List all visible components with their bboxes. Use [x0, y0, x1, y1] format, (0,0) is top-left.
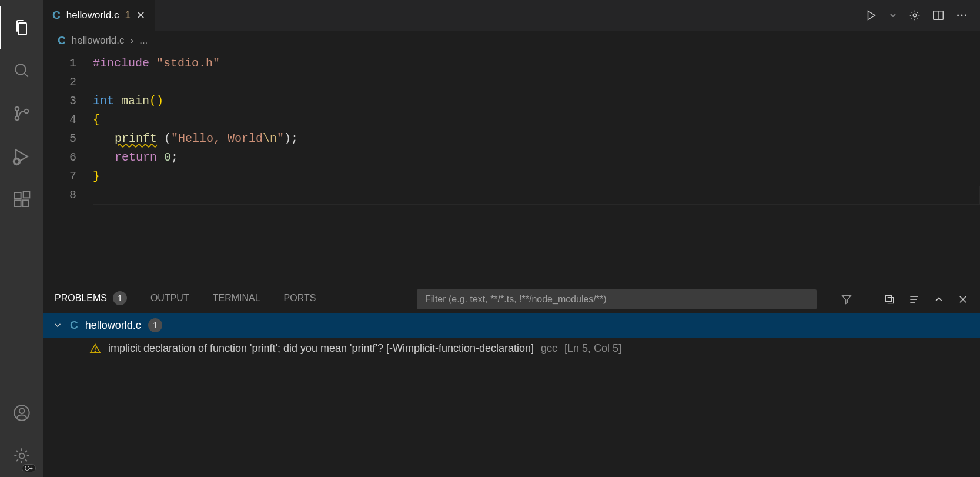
maximize-panel-icon[interactable]	[933, 293, 945, 305]
tab-problems[interactable]: PROBLEMS 1	[55, 291, 127, 308]
tab-helloworld[interactable]: C helloworld.c 1 ✕	[43, 0, 155, 31]
editor-tabs: C helloworld.c 1 ✕	[43, 0, 980, 31]
svg-point-4	[24, 109, 28, 113]
more-icon[interactable]	[955, 9, 968, 22]
manage-icon[interactable]: C+	[0, 434, 43, 477]
warning-icon	[89, 343, 101, 355]
explorer-icon[interactable]	[0, 6, 43, 49]
run-icon[interactable]	[865, 9, 878, 22]
breadcrumb-filename: helloworld.c	[72, 35, 125, 46]
tab-ports[interactable]: PORTS	[284, 293, 316, 306]
breadcrumb[interactable]: C helloworld.c › ...	[43, 31, 980, 51]
svg-point-22	[957, 15, 959, 16]
problem-source: gcc	[541, 342, 557, 355]
gear-icon[interactable]	[908, 9, 921, 22]
line-gutter: 1 2 3 4 5 6 7 8	[43, 54, 93, 286]
code-editor[interactable]: 1 2 3 4 5 6 7 8 #include "stdio.h" int m…	[43, 51, 980, 286]
svg-point-23	[961, 15, 963, 16]
c-file-icon: C	[52, 9, 61, 22]
problems-list: C helloworld.c 1 implicit declaration of…	[43, 313, 980, 477]
c-file-icon: C	[58, 34, 66, 47]
search-icon[interactable]	[0, 49, 43, 92]
accounts-icon[interactable]	[0, 391, 43, 434]
svg-line-9	[18, 159, 19, 160]
svg-rect-15	[23, 191, 29, 198]
problem-message: implicit declaration of function 'prinft…	[108, 342, 534, 355]
bottom-panel: PROBLEMS 1 OUTPUT TERMINAL PORTS	[43, 286, 980, 477]
chevron-right-icon: ›	[131, 35, 134, 46]
breadcrumb-suffix: ...	[139, 35, 148, 46]
svg-rect-25	[885, 295, 891, 301]
svg-line-1	[24, 73, 28, 76]
svg-rect-14	[22, 200, 29, 206]
svg-point-0	[15, 64, 25, 74]
problems-count-badge: 1	[113, 291, 127, 305]
problem-location: [Ln 5, Col 5]	[564, 342, 621, 355]
problem-file-name: helloworld.c	[85, 319, 141, 332]
run-debug-icon[interactable]	[0, 135, 43, 178]
split-editor-icon[interactable]	[932, 9, 945, 22]
svg-point-24	[965, 15, 966, 16]
source-control-icon[interactable]	[0, 92, 43, 135]
view-as-list-icon[interactable]	[908, 293, 920, 305]
warning-squiggle: prinft	[115, 132, 157, 145]
extensions-icon[interactable]	[0, 178, 43, 221]
svg-point-32	[95, 351, 95, 351]
collapse-all-icon[interactable]	[884, 293, 895, 305]
svg-point-17	[19, 408, 24, 413]
svg-point-19	[913, 14, 917, 17]
svg-point-18	[19, 453, 24, 458]
svg-rect-13	[15, 200, 21, 206]
code-content[interactable]: #include "stdio.h" int main() { prinft (…	[93, 54, 980, 286]
filter-input[interactable]	[417, 289, 817, 309]
tab-filename: helloworld.c	[66, 9, 119, 21]
close-icon[interactable]: ✕	[136, 9, 145, 22]
file-problem-count: 1	[148, 318, 162, 332]
svg-point-2	[15, 106, 19, 111]
c-file-icon: C	[70, 319, 78, 332]
chevron-down-icon[interactable]	[888, 11, 898, 20]
cpp-badge: C+	[22, 464, 36, 472]
filter-icon[interactable]	[840, 293, 853, 306]
tab-output[interactable]: OUTPUT	[150, 293, 189, 306]
editor-actions	[853, 0, 980, 31]
svg-rect-12	[15, 192, 21, 199]
chevron-down-icon[interactable]	[52, 320, 63, 331]
main-area: C helloworld.c 1 ✕ C helloworld.c › ...	[43, 0, 980, 477]
close-panel-icon[interactable]	[958, 294, 968, 305]
panel-tabs: PROBLEMS 1 OUTPUT TERMINAL PORTS	[43, 286, 980, 313]
problem-file-row[interactable]: C helloworld.c 1	[43, 313, 980, 338]
tab-modified-indicator: 1	[125, 9, 131, 21]
svg-point-3	[15, 116, 19, 120]
activity-bar: C+	[0, 0, 43, 477]
svg-line-8	[14, 159, 15, 160]
problem-item[interactable]: implicit declaration of function 'prinft…	[52, 338, 980, 359]
tab-terminal[interactable]: TERMINAL	[213, 293, 260, 306]
svg-line-11	[18, 162, 19, 162]
svg-line-10	[14, 162, 15, 162]
